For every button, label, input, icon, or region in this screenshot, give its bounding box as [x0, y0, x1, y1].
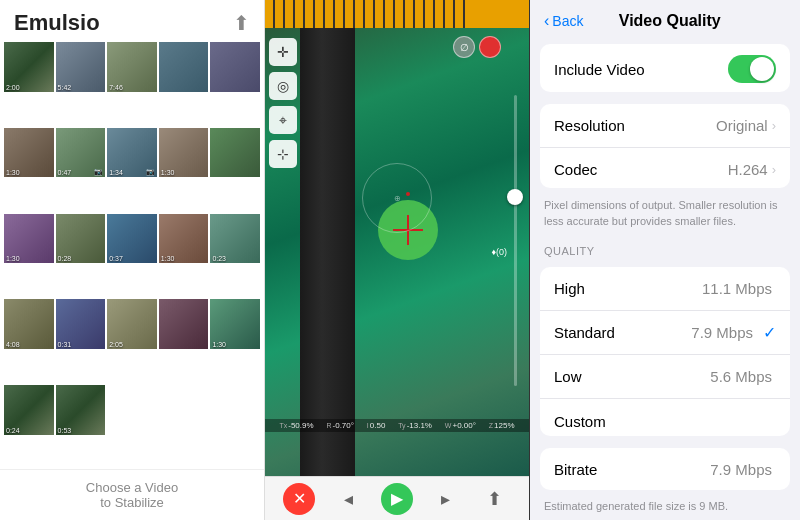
video-thumb[interactable]: 7:46 — [107, 42, 157, 92]
video-thumb[interactable]: 1:30 — [159, 214, 209, 264]
stat-item: Ty -13.1% — [398, 421, 432, 430]
stat-label: W — [445, 422, 452, 429]
stat-value: 125% — [494, 421, 514, 430]
stat-item: Z 125% — [489, 421, 515, 430]
stat-label: R — [326, 422, 331, 429]
video-thumb[interactable] — [210, 42, 260, 92]
video-thumb[interactable]: 1:30 — [210, 299, 260, 349]
quality-option-row[interactable]: Standard7.9 Mbps✓ — [540, 311, 790, 355]
thumb-bg — [159, 299, 209, 349]
quality-option-value: 11.1 Mbps — [702, 280, 772, 297]
thumb-bg — [210, 128, 260, 178]
video-thumb[interactable] — [210, 128, 260, 178]
filmstrip — [265, 0, 529, 28]
thumb-label: 2:05 — [109, 341, 123, 348]
video-grid: 2:005:427:461:300:47📷1:34📷1:301:300:280:… — [0, 42, 264, 469]
video-thumb[interactable]: 1:30 — [159, 128, 209, 178]
video-thumb[interactable]: 1:34📷 — [107, 128, 157, 178]
left-toolbar: ✛ ◎ ⌖ ⊹ — [269, 38, 297, 168]
codec-value: H.264 — [728, 161, 768, 178]
video-thumb[interactable]: 0:23 — [210, 214, 260, 264]
quality-option-row[interactable]: High11.1 Mbps — [540, 267, 790, 311]
share-bottom-button[interactable]: ⬆ — [479, 483, 511, 515]
video-thumb[interactable]: 0:47📷 — [56, 128, 106, 178]
bitrate-row[interactable]: Bitrate 7.9 Mbps — [540, 448, 790, 490]
video-thumb[interactable]: 2:00 — [4, 42, 54, 92]
thumb-label: 0:24 — [6, 427, 20, 434]
stat-item: W +0.00° — [445, 421, 476, 430]
thumb-label: 1:30 — [161, 255, 175, 262]
footer-line2: to Stabilize — [10, 495, 254, 510]
compass-inner: ⊕ — [394, 194, 401, 203]
stat-item: R -0.70° — [326, 421, 354, 430]
play-button[interactable]: ▶ — [381, 483, 413, 515]
thumb-label: 0:53 — [58, 427, 72, 434]
move-tool-button[interactable]: ✛ — [269, 38, 297, 66]
overlay-indicators: ∅ — [453, 36, 501, 58]
bitrate-section: Bitrate 7.9 Mbps — [540, 448, 790, 490]
video-thumb[interactable]: 0:37 — [107, 214, 157, 264]
video-thumb[interactable]: 0:28 — [56, 214, 106, 264]
include-video-section: Include Video — [540, 44, 790, 92]
compass-dial: ⊕ — [362, 163, 432, 233]
video-thumb[interactable]: 5:42 — [56, 42, 106, 92]
video-thumb[interactable]: 0:31 — [56, 299, 106, 349]
video-thumb[interactable] — [159, 42, 209, 92]
left-header: Emulsio ⬆ — [0, 0, 264, 42]
dark-pillar — [300, 28, 355, 476]
quality-option-label: Low — [554, 368, 710, 385]
left-panel: Emulsio ⬆ 2:005:427:461:300:47📷1:34📷1:30… — [0, 0, 265, 520]
thumb-label: 7:46 — [109, 84, 123, 91]
include-video-toggle[interactable] — [728, 55, 776, 83]
back-button[interactable]: ‹ Back — [544, 12, 583, 30]
cam-icon: 📷 — [94, 168, 103, 176]
thumb-label: 1:34 — [109, 169, 123, 176]
stat-label: I — [367, 422, 369, 429]
crop-tool-button[interactable]: ⌖ — [269, 106, 297, 134]
video-thumb[interactable]: 1:30 — [4, 128, 54, 178]
vertical-slider[interactable] — [507, 95, 523, 386]
stats-bar: Tx -50.9%R -0.70°I 0.50Ty -13.1%W +0.00°… — [265, 419, 529, 432]
thumb-label: 2:00 — [6, 84, 20, 91]
video-thumb[interactable] — [159, 299, 209, 349]
codec-chevron-icon: › — [772, 162, 776, 177]
video-thumb[interactable]: 4:08 — [4, 299, 54, 349]
stat-value: -50.9% — [288, 421, 313, 430]
forward-button[interactable]: ▸ — [430, 483, 462, 515]
stat-value: -13.1% — [407, 421, 432, 430]
codec-row[interactable]: Codec H.264 › — [540, 148, 790, 188]
rewind-button[interactable]: ◂ — [332, 483, 364, 515]
slider-thumb[interactable] — [507, 189, 523, 205]
slider-track — [514, 95, 517, 386]
right-header: ‹ Back Video Quality — [530, 0, 800, 38]
video-viewport: ✛ ◎ ⌖ ⊹ ∅ — [265, 28, 529, 476]
audio-indicator: ♦(0) — [491, 247, 507, 257]
quality-option-label: Custom — [554, 413, 776, 430]
quality-option-row[interactable]: Low5.6 Mbps — [540, 355, 790, 399]
video-thumb[interactable]: 0:24 — [4, 385, 54, 435]
bitrate-hint: Estimated generated file size is 9 MB. — [530, 496, 800, 520]
thumb-label: 0:47 — [58, 169, 72, 176]
video-thumb[interactable]: 0:53 — [56, 385, 106, 435]
include-video-row: Include Video — [540, 44, 790, 92]
quality-section-label: QUALITY — [530, 235, 800, 261]
thumb-label: 5:42 — [58, 84, 72, 91]
share-icon[interactable]: ⬆ — [233, 11, 250, 35]
codec-label: Codec — [554, 161, 728, 178]
cam-icon: 📷 — [146, 168, 155, 176]
video-thumb[interactable]: 1:30 — [4, 214, 54, 264]
stat-value: +0.00° — [452, 421, 475, 430]
indicator-slash[interactable]: ∅ — [453, 36, 475, 58]
select-tool-button[interactable]: ◎ — [269, 72, 297, 100]
toggle-knob — [750, 57, 774, 81]
quality-checkmark-icon: ✓ — [763, 323, 776, 342]
filter-tool-button[interactable]: ⊹ — [269, 140, 297, 168]
resolution-hint: Pixel dimensions of output. Smaller reso… — [530, 194, 800, 235]
indicator-record[interactable] — [479, 36, 501, 58]
video-thumb[interactable]: 2:05 — [107, 299, 157, 349]
quality-option-row[interactable]: Custom — [540, 399, 790, 436]
bottom-controls: ✕ ◂ ▶ ▸ ⬆ — [265, 476, 529, 520]
resolution-row[interactable]: Resolution Original › — [540, 104, 790, 148]
thumb-label: 1:30 — [161, 169, 175, 176]
cancel-button[interactable]: ✕ — [283, 483, 315, 515]
